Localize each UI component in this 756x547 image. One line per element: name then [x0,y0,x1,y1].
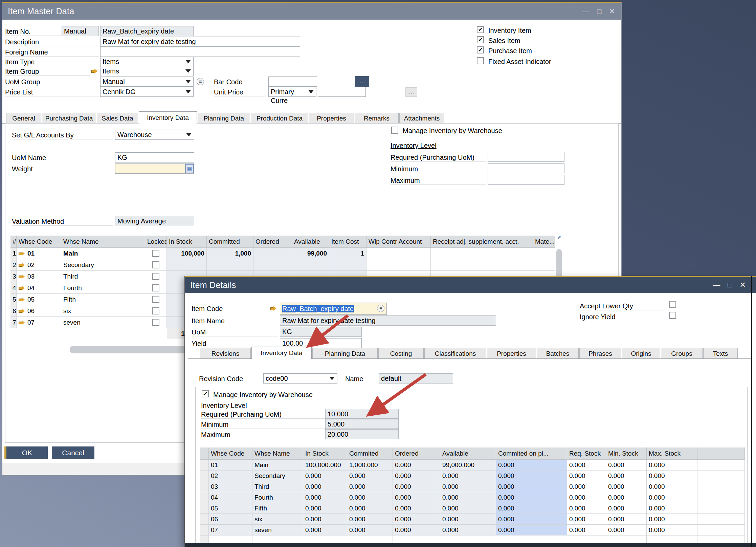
commited-on-pi-cell[interactable]: 0.000 [496,460,567,471]
min-stock-cell[interactable]: 0.000 [606,460,647,471]
item-master-title-bar[interactable]: Item Master Data — □ ✕ [2,2,621,20]
unit-price-more-button[interactable]: ... [405,87,417,97]
link-arrow-icon[interactable] [19,263,25,267]
commited-cell[interactable]: 1,000.000 [347,460,393,471]
calculator-icon[interactable]: ▦ [185,164,194,173]
whse-name-cell[interactable]: Third [252,481,303,492]
description-input[interactable] [100,37,300,47]
uom-field[interactable]: KG [280,327,362,337]
unit-price-input[interactable] [318,87,366,97]
table-row[interactable]: 07seven0.0000.0000.0000.0000.0000.0000.0… [200,525,745,535]
valid-values-icon[interactable]: ≡ [377,305,384,312]
table-row[interactable]: 03Third0.0000.0000.0000.0000.0000.0000.0… [200,481,745,492]
tab-costing[interactable]: Costing [378,348,424,359]
valid-values-icon[interactable]: ≡ [197,78,204,85]
column-header[interactable]: In Stock [167,236,207,248]
unit-price-currency-dropdown[interactable]: Primary Curre [268,87,316,97]
whse-name-cell[interactable]: six [252,514,303,525]
column-header[interactable]: Whse Code [209,447,252,460]
bar-code-input[interactable] [268,76,317,87]
revision-name-field[interactable]: default [379,373,453,384]
accept-lower-qty-checkbox[interactable] [669,301,676,308]
tab-purchasing-data[interactable]: Purchasing Data [42,113,96,124]
whse-code-cell[interactable]: 01 [17,248,61,259]
link-arrow-icon[interactable] [19,320,25,325]
ordered-cell[interactable]: 0.000 [393,492,440,503]
commited-cell[interactable]: 0.000 [347,471,393,481]
uom-group-dropdown[interactable]: Manual [100,76,194,87]
column-header[interactable]: Available [440,447,496,460]
item-class-checkbox[interactable] [477,26,484,33]
expand-grid-icon[interactable]: ⇗ [557,234,561,240]
item-group-dropdown[interactable]: Items [100,66,194,76]
locked-checkbox[interactable] [152,296,159,303]
tab-remarks[interactable]: Remarks [355,113,399,124]
commited-cell[interactable]: 0.000 [347,514,393,525]
req-stock-cell[interactable]: 0.000 [567,492,606,503]
whse-name-cell[interactable]: Fourth [252,492,303,503]
locked-checkbox[interactable] [152,273,159,280]
commited-on-pi-cell[interactable]: 0.000 [496,471,567,481]
receipt-adj-cell[interactable] [431,259,533,271]
link-arrow-icon[interactable] [19,286,25,290]
tab-classifications[interactable]: Classifications [424,348,486,359]
close-icon[interactable]: ✕ [740,281,746,289]
column-header[interactable]: Mate... [533,236,555,248]
table-row[interactable]: 04Fourth0.0000.0000.0000.0000.0000.0000.… [200,492,745,503]
bar-code-more-button[interactable]: ... [355,76,369,87]
min-stock-cell[interactable]: 0.000 [606,471,647,481]
column-header[interactable]: Whse Code [17,236,61,248]
ordered-cell[interactable]: 0.000 [393,503,440,514]
req-stock-cell[interactable]: 0.000 [567,503,606,514]
req-stock-cell[interactable]: 0.000 [567,525,606,535]
set-gl-accounts-dropdown[interactable]: Warehouse [115,130,194,140]
link-arrow-icon[interactable] [19,274,25,279]
locked-checkbox[interactable] [152,261,159,268]
tab-groups[interactable]: Groups [661,348,703,359]
tab-attachments[interactable]: Attachments [399,113,444,124]
req-stock-cell[interactable]: 0.000 [567,481,606,492]
column-header[interactable]: Max. Stock [647,447,697,460]
column-header[interactable]: Available [292,236,329,248]
column-header[interactable]: Whse Name [61,236,145,248]
link-arrow-icon[interactable] [270,306,276,311]
commited-on-pi-cell[interactable]: 0.000 [496,525,567,535]
min-stock-cell[interactable]: 0.000 [606,481,647,492]
revision-code-dropdown[interactable]: code00 [263,373,337,384]
required-input[interactable] [488,152,564,162]
whse-name-cell[interactable]: Secondary [252,471,303,481]
link-arrow-icon[interactable] [19,297,25,302]
available-cell[interactable]: 0.000 [440,525,496,535]
wip-contr-cell[interactable] [366,259,431,271]
column-header[interactable]: Committed [207,236,253,248]
item-type-dropdown[interactable]: Items [100,57,194,67]
column-header[interactable]: Item Cost [329,236,366,248]
whse-name-cell[interactable]: seven [252,525,303,535]
tab-inventory-data[interactable]: Inventory Data [139,111,197,124]
tab-revisions[interactable]: Revisions [200,348,251,359]
locked-checkbox[interactable] [152,319,159,326]
available-cell[interactable]: 0.000 [440,471,496,481]
minimum-field[interactable]: 5.000 [325,419,399,429]
table-row[interactable]: 01Main100,000.0001,000.0000.00099,000.00… [200,460,745,471]
foreign-name-input[interactable] [100,47,300,57]
cancel-button[interactable]: Cancel [52,446,94,459]
whse-code-cell[interactable]: 02 [17,259,61,271]
tab-texts[interactable]: Texts [703,348,738,359]
column-header[interactable]: Receipt adj. supplement. acct. [431,236,533,248]
tab-production-data[interactable]: Production Data [251,113,308,124]
whse-name-cell[interactable]: Fifth [252,503,303,514]
in-stock-cell[interactable]: 0.000 [303,481,347,492]
manage-inventory-checkbox[interactable] [202,390,209,397]
column-header[interactable]: Req. Stock [567,447,606,460]
max-stock-cell[interactable]: 0.000 [647,503,697,514]
item-name-field[interactable]: Raw Mat for expiry date testing [280,315,496,326]
table-row[interactable]: 05Fifth0.0000.0000.0000.0000.0000.0000.0… [200,503,745,514]
commited-on-pi-cell[interactable]: 0.000 [496,503,567,514]
in-stock-cell[interactable]: 0.000 [303,492,347,503]
in-stock-cell[interactable]: 100,000.000 [303,460,347,471]
receipt-adj-cell[interactable] [431,248,533,259]
ignore-yield-checkbox[interactable] [669,312,676,319]
max-stock-cell[interactable]: 0.000 [647,492,697,503]
whse-code-cell[interactable]: 03 [209,481,252,492]
